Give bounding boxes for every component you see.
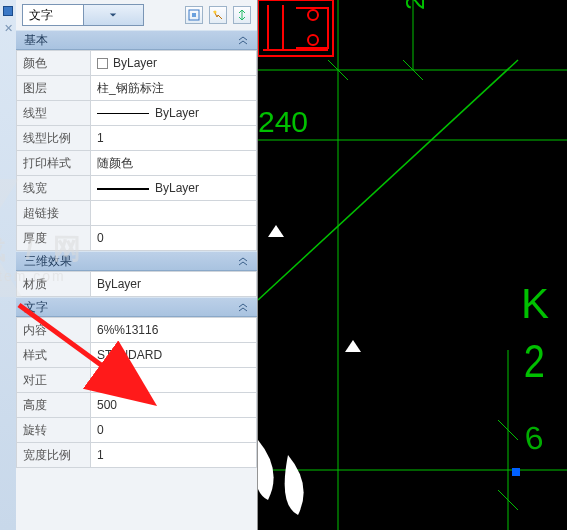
linetype-label: 线型 (17, 101, 91, 126)
justify-cell[interactable]: 调整 (91, 368, 257, 393)
hyperlink-cell[interactable] (91, 201, 257, 226)
color-value: ByLayer (113, 56, 157, 70)
style-label: 样式 (17, 343, 91, 368)
toggle-value-icon[interactable] (233, 6, 251, 24)
plotstyle-label: 打印样式 (17, 151, 91, 176)
canvas-letter-k: K (521, 280, 549, 328)
section-text-header[interactable]: 文字 (16, 297, 257, 317)
thickness-cell[interactable]: 0 (91, 226, 257, 251)
object-type-row: 文字 (16, 0, 257, 30)
dimension-240-horiz: 240 (258, 105, 308, 139)
material-cell[interactable]: ByLayer (91, 272, 257, 297)
quick-select-icon[interactable] (209, 6, 227, 24)
svg-marker-16 (268, 225, 284, 237)
pick-object-icon[interactable] (185, 6, 203, 24)
lineweight-preview-icon (97, 188, 149, 190)
selection-grip[interactable] (512, 468, 520, 476)
svg-marker-17 (345, 340, 361, 352)
ltscale-label: 线型比例 (17, 126, 91, 151)
linetype-preview-icon (97, 113, 149, 114)
plotstyle-cell[interactable]: 随颜色 (91, 151, 257, 176)
linetype-cell[interactable]: ByLayer (91, 101, 257, 126)
basic-table: 颜色 ByLayer 图层 柱_钢筋标注 线型 ByLayer 线型比例 1 打… (16, 50, 257, 251)
caret-down-icon (83, 5, 144, 25)
dimension-240-vert: 240 (400, 0, 431, 10)
chevrons-up-icon (237, 300, 249, 315)
rotation-label: 旋转 (17, 418, 91, 443)
style-cell[interactable]: STANDARD (91, 343, 257, 368)
watermark-line2: xstem.com (0, 268, 66, 284)
ltscale-cell[interactable]: 1 (91, 126, 257, 151)
watermark-line1: 下 载 / 网 (0, 230, 87, 268)
section-basic-title: 基本 (24, 32, 48, 49)
height-cell[interactable]: 500 (91, 393, 257, 418)
hyperlink-label: 超链接 (17, 201, 91, 226)
widthfactor-label: 宽度比例 (17, 443, 91, 468)
section-basic-header[interactable]: 基本 (16, 30, 257, 50)
text-table: 内容 6%%13116 样式 STANDARD 对正 调整 高度 500 旋转 … (16, 317, 257, 468)
object-type-select[interactable]: 文字 (22, 4, 144, 26)
section-text-title: 文字 (24, 299, 48, 316)
linetype-value: ByLayer (155, 106, 199, 120)
widthfactor-cell[interactable]: 1 (91, 443, 257, 468)
canvas-digit-2: 2 (524, 336, 545, 388)
chevrons-up-icon (237, 254, 249, 269)
layer-label: 图层 (17, 76, 91, 101)
rotation-cell[interactable]: 0 (91, 418, 257, 443)
svg-line-7 (258, 60, 518, 300)
color-cell[interactable]: ByLayer (91, 51, 257, 76)
palette-close-icon[interactable]: ✕ (0, 22, 16, 35)
svg-point-14 (308, 10, 318, 20)
lineweight-label: 线宽 (17, 176, 91, 201)
color-swatch-icon (97, 58, 108, 69)
content-label: 内容 (17, 318, 91, 343)
drawing-canvas[interactable]: 240 240 K 2 6 (258, 0, 567, 530)
color-label: 颜色 (17, 51, 91, 76)
layer-cell[interactable]: 柱_钢筋标注 (91, 76, 257, 101)
svg-point-1 (214, 11, 217, 14)
lineweight-value: ByLayer (155, 181, 199, 195)
svg-point-15 (308, 35, 318, 45)
palette-anchor-icon (3, 6, 13, 16)
height-label: 高度 (17, 393, 91, 418)
cad-geometry (258, 0, 567, 530)
chevrons-up-icon (237, 33, 249, 48)
justify-label: 对正 (17, 368, 91, 393)
object-type-value: 文字 (23, 7, 83, 24)
content-cell[interactable]: 6%%13116 (91, 318, 257, 343)
lineweight-cell[interactable]: ByLayer (91, 176, 257, 201)
